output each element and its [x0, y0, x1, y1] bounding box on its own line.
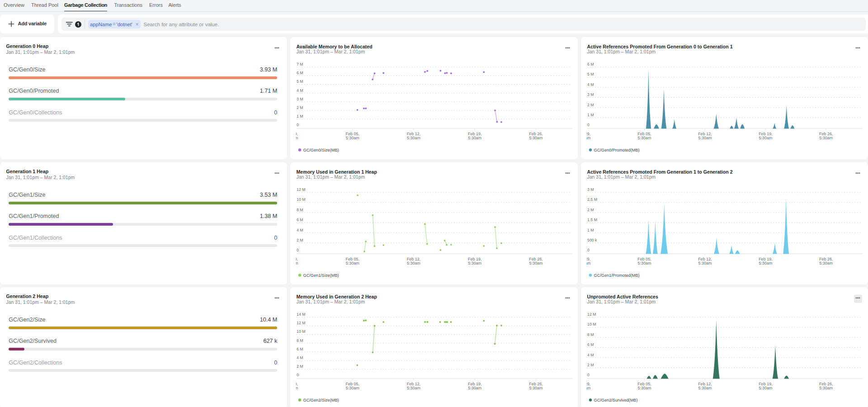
svg-text:0: 0: [297, 373, 299, 377]
svg-text:3 M: 3 M: [587, 187, 594, 192]
svg-text:Feb 05,: Feb 05,: [346, 382, 360, 386]
svg-text:8 M: 8 M: [297, 338, 303, 343]
svg-text:Feb 19,: Feb 19,: [759, 382, 773, 386]
svg-text:Feb 26,: Feb 26,: [529, 382, 543, 386]
svg-text:12 M: 12 M: [587, 312, 596, 317]
svg-text:Feb 19,: Feb 19,: [468, 257, 482, 261]
svg-text:5:30am: 5:30am: [468, 386, 481, 390]
svg-text:3 M: 3 M: [587, 92, 594, 97]
svg-text:5:30am: 5:30am: [698, 136, 712, 140]
svg-text:2 M: 2 M: [297, 105, 303, 110]
svg-text:5:30am: 5:30am: [468, 136, 481, 140]
svg-text:5:30am: 5:30am: [468, 261, 481, 265]
svg-text:Jan 31, 1:01pm – Mar 2, 1:01pm: Jan 31, 1:01pm – Mar 2, 1:01pm: [297, 174, 365, 180]
svg-text:2 M: 2 M: [587, 103, 594, 107]
svg-text:5:30am: 5:30am: [529, 261, 543, 265]
svg-text:6 M: 6 M: [297, 218, 303, 222]
svg-text:5:30am: 5:30am: [819, 386, 833, 390]
svg-text:Feb 19,: Feb 19,: [468, 382, 482, 386]
svg-text:10 M: 10 M: [297, 197, 306, 202]
svg-text:5:30am: 5:30am: [698, 386, 712, 390]
svg-text:12 M: 12 M: [297, 187, 306, 192]
svg-text:6 M: 6 M: [297, 347, 303, 351]
svg-text:5 M: 5 M: [297, 79, 303, 84]
svg-text:5:30am: 5:30am: [819, 136, 833, 140]
svg-text:10 M: 10 M: [587, 322, 596, 327]
svg-text:7 M: 7 M: [297, 62, 303, 66]
svg-text:4 M: 4 M: [587, 353, 594, 357]
svg-text:Feb 26,: Feb 26,: [819, 257, 833, 261]
svg-text:GC/Gen1/Size(MB): GC/Gen1/Size(MB): [303, 273, 339, 278]
svg-text:5:30am: 5:30am: [637, 261, 651, 265]
svg-text:Feb 12,: Feb 12,: [698, 132, 712, 136]
svg-text:5:30am: 5:30am: [529, 136, 543, 140]
svg-text:4 M: 4 M: [297, 355, 303, 360]
svg-text:4 M: 4 M: [297, 228, 303, 232]
svg-text:4 M: 4 M: [297, 88, 303, 93]
svg-text:5:30am: 5:30am: [637, 386, 651, 390]
svg-text:Feb 12,: Feb 12,: [407, 132, 421, 136]
svg-text:5:30am: 5:30am: [819, 261, 833, 265]
svg-text:0: 0: [297, 248, 299, 252]
svg-text:GC/Gen2/Size(MB): GC/Gen2/Size(MB): [303, 398, 339, 402]
svg-text:Jan 31, 1:01pm – Mar 2, 1:01pm: Jan 31, 1:01pm – Mar 2, 1:01pm: [587, 174, 656, 180]
svg-text:0: 0: [297, 123, 299, 127]
svg-text:5:30am: 5:30am: [637, 136, 651, 140]
svg-text:5:30am: 5:30am: [407, 386, 420, 390]
svg-text:Feb 12,: Feb 12,: [407, 257, 421, 261]
svg-text:5:30am: 5:30am: [698, 261, 712, 265]
svg-text:5:30am: 5:30am: [346, 136, 359, 140]
svg-text:6 M: 6 M: [587, 62, 594, 66]
svg-text:GC/Gen2/Survived(MB): GC/Gen2/Survived(MB): [594, 398, 638, 402]
svg-text:10 M: 10 M: [297, 329, 306, 334]
svg-text:Feb 05,: Feb 05,: [637, 132, 651, 136]
svg-text:2 M: 2 M: [587, 363, 594, 367]
svg-text:0: 0: [587, 123, 590, 127]
svg-text:Jan 31, 1:01pm – Mar 2, 1:01pm: Jan 31, 1:01pm – Mar 2, 1:01pm: [297, 299, 365, 304]
svg-text:0: 0: [587, 373, 590, 377]
svg-text:GC/Gen1/Promoted(MB): GC/Gen1/Promoted(MB): [594, 273, 640, 278]
svg-text:Feb 26,: Feb 26,: [819, 382, 833, 386]
svg-text:14 M: 14 M: [297, 312, 306, 317]
svg-text:5:30am: 5:30am: [346, 386, 359, 390]
svg-text:Jan 31, 1:01pm – Mar 2, 1:01pm: Jan 31, 1:01pm – Mar 2, 1:01pm: [297, 49, 365, 54]
svg-text:2.5 M: 2.5 M: [587, 197, 597, 202]
svg-text:8 M: 8 M: [297, 208, 303, 212]
svg-text:5:30am: 5:30am: [346, 261, 359, 265]
svg-text:Feb 05,: Feb 05,: [637, 382, 651, 386]
svg-text:Feb 12,: Feb 12,: [698, 382, 712, 386]
svg-text:5:30am: 5:30am: [529, 386, 543, 390]
svg-text:Feb 26,: Feb 26,: [819, 132, 833, 136]
svg-text:Feb 26,: Feb 26,: [529, 257, 543, 261]
svg-text:3 M: 3 M: [297, 97, 303, 101]
svg-text:Jan 31, 1:01pm – Mar 2, 1:01pm: Jan 31, 1:01pm – Mar 2, 1:01pm: [587, 49, 656, 54]
svg-text:0: 0: [587, 248, 590, 252]
svg-text:5:30am: 5:30am: [759, 261, 772, 265]
svg-text:Jan 31, 1:01pm – Mar 2, 1:01pm: Jan 31, 1:01pm – Mar 2, 1:01pm: [587, 299, 656, 304]
svg-text:Feb 05,: Feb 05,: [346, 132, 360, 136]
svg-text:Feb 12,: Feb 12,: [407, 382, 421, 386]
svg-text:GC/Gen0/Size(MB): GC/Gen0/Size(MB): [303, 148, 339, 152]
svg-text:12 M: 12 M: [297, 321, 306, 325]
svg-text:Feb 12,: Feb 12,: [698, 257, 712, 261]
svg-text:Feb 05,: Feb 05,: [637, 257, 651, 261]
svg-text:5 M: 5 M: [587, 72, 594, 76]
svg-text:6 M: 6 M: [587, 342, 594, 347]
svg-text:Feb 19,: Feb 19,: [468, 132, 482, 136]
svg-text:8 M: 8 M: [587, 332, 594, 337]
svg-text:1.5 M: 1.5 M: [587, 218, 597, 222]
svg-text:5:30am: 5:30am: [407, 261, 420, 265]
svg-text:5:30am: 5:30am: [759, 136, 772, 140]
svg-text:Feb 05,: Feb 05,: [346, 257, 360, 261]
svg-text:2 M: 2 M: [587, 208, 594, 212]
svg-text:2 M: 2 M: [297, 364, 303, 369]
svg-text:5:30am: 5:30am: [759, 386, 772, 390]
svg-text:1 M: 1 M: [587, 228, 594, 232]
svg-text:500 k: 500 k: [587, 238, 597, 242]
svg-text:4 M: 4 M: [587, 82, 594, 87]
svg-text:5:30am: 5:30am: [407, 136, 420, 140]
svg-text:1 M: 1 M: [587, 113, 594, 117]
svg-text:Feb 26,: Feb 26,: [529, 132, 543, 136]
svg-text:GC/Gen0/Promoted(MB): GC/Gen0/Promoted(MB): [594, 148, 640, 152]
svg-text:Feb 19,: Feb 19,: [759, 132, 773, 136]
